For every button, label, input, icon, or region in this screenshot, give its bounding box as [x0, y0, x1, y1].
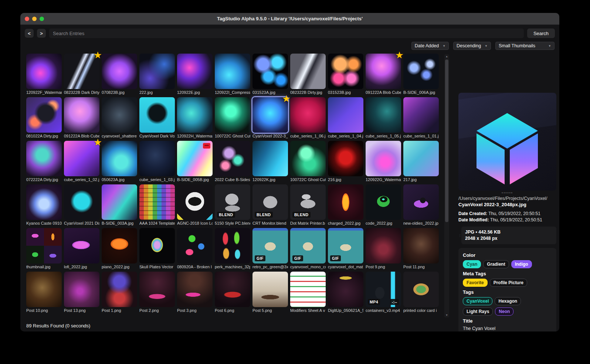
grid-item[interactable]: Post 1.png — [102, 272, 137, 313]
thumbnail-image[interactable] — [26, 141, 62, 176]
grid-item[interactable]: 100722C Ghost Cut — [290, 141, 326, 182]
thumbnail-image[interactable] — [177, 97, 213, 133]
thumbnail-image[interactable] — [290, 141, 326, 176]
thumbnail-image[interactable] — [328, 272, 363, 307]
grid-item[interactable]: perk_machines_32p — [215, 228, 250, 269]
thumbnail-image[interactable] — [177, 141, 213, 176]
thumbnail-image[interactable]: ★ — [64, 54, 99, 89]
grid-item[interactable]: printed color card i — [403, 272, 439, 313]
tag-chip[interactable]: Gradient — [483, 260, 509, 268]
grid-item[interactable]: B-SIDE_005B.jpg — [177, 141, 213, 182]
preview-image[interactable] — [458, 93, 556, 191]
thumbnail-image[interactable] — [403, 54, 439, 89]
grid-item[interactable]: 100722C Ghost Cut — [215, 97, 250, 139]
grid-item[interactable]: cube_series_1_03.j — [139, 141, 175, 182]
thumbnail-image[interactable] — [366, 141, 401, 176]
grid-scrollbar[interactable]: ▲ ▼ — [444, 54, 449, 317]
grid-item[interactable]: BLENDCRT Monitor.blend — [252, 184, 288, 226]
grid-item[interactable]: cube_series_1_01.jp — [403, 97, 439, 139]
grid-item[interactable]: Post 3.png — [177, 272, 213, 313]
thumbnail-image[interactable] — [290, 272, 326, 307]
thumbnail-image[interactable]: BLEND — [290, 184, 326, 220]
close-window-button[interactable] — [25, 17, 29, 21]
thumbnail-image[interactable] — [177, 184, 213, 220]
thumbnail-image[interactable] — [215, 54, 250, 89]
grid-item[interactable]: 080920A - Broken I — [177, 228, 213, 269]
grid-item[interactable]: ★091222A Blob Cube — [366, 54, 401, 95]
thumbnail-image[interactable] — [139, 97, 175, 133]
thumbnail-image[interactable] — [366, 97, 401, 133]
thumbnail-image[interactable] — [177, 54, 213, 89]
thumbnail-image[interactable] — [26, 272, 62, 307]
search-button[interactable]: Search — [527, 28, 555, 38]
thumbnail-image[interactable] — [215, 97, 250, 133]
grid-item[interactable]: AAA 1024 Template — [139, 184, 175, 226]
thumbnail-image[interactable] — [215, 272, 250, 307]
thumbnail-image[interactable] — [328, 97, 363, 133]
thumbnail-image[interactable] — [177, 228, 213, 263]
scroll-up-icon[interactable]: ▲ — [445, 54, 448, 59]
tag-chip[interactable]: Light Rays — [463, 307, 493, 316]
grid-item[interactable]: Kyanos Caste 0910 — [26, 184, 62, 226]
grid-item[interactable]: 081022A Dirty.jpg — [26, 97, 62, 139]
thumbnail-image[interactable] — [252, 54, 288, 89]
thumbnail-image[interactable] — [366, 184, 401, 220]
grid-item[interactable]: 120922I_Compresse — [215, 54, 250, 95]
grid-item[interactable]: GIFcyanvoxel_dot_mat — [328, 228, 363, 269]
grid-item[interactable]: Post 11.png — [403, 228, 439, 269]
thumbnail-image[interactable] — [139, 54, 175, 89]
grid-item[interactable]: BLENDDot Matrix Printer.b — [290, 184, 326, 226]
thumbnail-image[interactable]: MP4-:-- — [366, 272, 401, 307]
thumbnail-image[interactable]: ★ — [64, 141, 99, 176]
forward-button[interactable]: > — [37, 29, 46, 38]
scrollbar-thumb[interactable] — [445, 59, 448, 222]
grid-item[interactable]: charged_2022.jpg — [328, 184, 363, 226]
grid-item[interactable]: CyanVoxel Dark Vox — [139, 97, 175, 139]
thumbnail-image[interactable] — [139, 228, 175, 263]
search-input[interactable]: Search Entries — [49, 28, 524, 38]
thumbnail-image[interactable] — [102, 54, 137, 89]
tag-chip[interactable]: Indigo — [511, 260, 532, 268]
grid-item[interactable]: 072222A Dirty.jpg — [26, 141, 62, 182]
grid-item[interactable]: ★082322B Dark Dirty — [64, 54, 99, 95]
thumbnail-image[interactable] — [403, 97, 439, 133]
grid-item[interactable]: Modifiers Sheet A v — [290, 272, 326, 313]
grid-item[interactable]: 120922E.jpg — [177, 54, 213, 95]
grid-item[interactable]: 091222A Blob Cube — [64, 97, 99, 139]
grid-item[interactable]: 031523A.jpg — [252, 54, 288, 95]
grid-item[interactable]: ★cube_series_1_02.j — [64, 141, 99, 182]
grid-item[interactable]: 2022 Cube B-Sides — [215, 141, 250, 182]
grid-item[interactable]: 082322B Dirty.jpg — [290, 54, 326, 95]
thumbnail-image[interactable] — [177, 272, 213, 307]
thumbnail-image[interactable] — [64, 272, 99, 307]
tag-chip[interactable]: Cyan — [463, 260, 481, 268]
thumbnail-image[interactable]: GIF — [328, 228, 363, 263]
scrollbar-track[interactable] — [444, 59, 449, 313]
grid-item[interactable]: Post 10.png — [26, 272, 62, 313]
grid-item[interactable]: Post 6.png — [215, 272, 250, 313]
minimize-window-button[interactable] — [32, 17, 37, 21]
tag-chip[interactable]: Hexagon — [495, 297, 521, 305]
sort-direction-dropdown[interactable]: Descending ▼ — [453, 42, 491, 50]
back-button[interactable]: < — [25, 29, 34, 38]
thumbnail-image[interactable] — [403, 184, 439, 220]
thumbnail-image[interactable] — [215, 228, 250, 263]
grid-item[interactable]: AGNC-2018 Icon Lo — [177, 184, 213, 226]
grid-item[interactable]: cube_series_1_05.j — [366, 97, 401, 139]
thumbnail-image[interactable] — [328, 184, 363, 220]
thumbnail-image[interactable]: ★ — [366, 54, 401, 89]
thumbnail-size-dropdown[interactable]: Small Thumbnails ▼ — [495, 42, 555, 50]
grid-item[interactable]: thumbnail.jpg — [26, 228, 62, 269]
grid-item[interactable]: Post 13.png — [64, 272, 99, 313]
tag-chip[interactable]: CyanVoxel — [463, 297, 492, 305]
grid-item[interactable]: 120922F_Watermark — [26, 54, 62, 95]
panel-resize-handle[interactable]: •••••• — [458, 191, 556, 195]
thumbnail-image[interactable] — [139, 184, 175, 220]
grid-item[interactable]: B-SIDE_006A.jpg — [403, 54, 439, 95]
grid-item[interactable]: 120922H_Watermar — [177, 97, 213, 139]
thumbnail-image[interactable] — [290, 54, 326, 89]
grid-item[interactable]: 222.jpg — [139, 54, 175, 95]
thumbnail-image[interactable] — [26, 54, 62, 89]
thumbnail-image[interactable] — [102, 184, 137, 220]
grid-item[interactable]: cyanvoxel_shattere — [102, 97, 137, 139]
